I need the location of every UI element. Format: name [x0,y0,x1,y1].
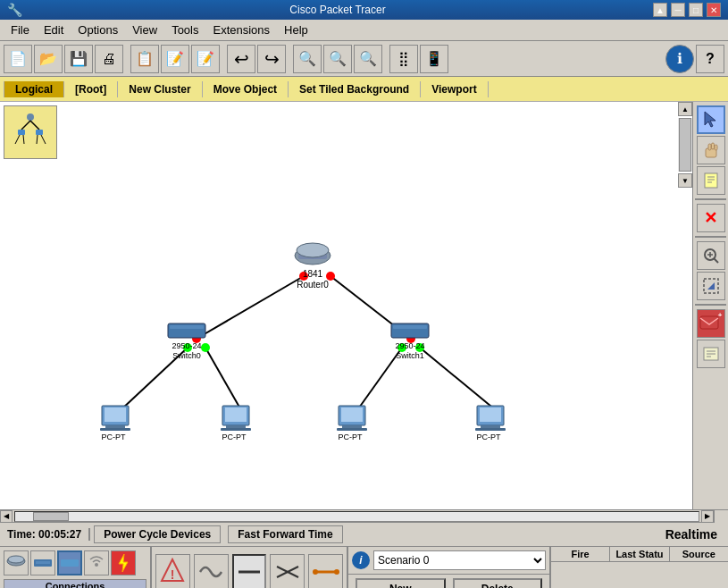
scenario-select[interactable]: Scenario 0 [373,550,546,570]
menu-tools[interactable]: Tools [164,21,205,38]
hscroll-thumb[interactable] [33,512,69,521]
paste-button[interactable]: 📝 [161,45,189,73]
zoom-out-button[interactable]: 🔍 [323,45,352,73]
secondary-toolbar: Logical [Root] New Cluster Move Object S… [0,77,728,102]
restore-button[interactable]: ─ [671,3,685,17]
scroll-up-btn[interactable]: ▲ [678,102,692,116]
rt-separator2 [695,236,726,238]
redo-button[interactable]: ↪ [257,45,286,73]
svg-marker-78 [707,282,715,290]
svg-text:1841: 1841 [303,269,323,279]
simulation-bar: Time: 00:05:27 Power Cycle Devices Fast … [0,522,728,547]
open-button[interactable]: 📂 [34,45,63,73]
switch-icon-btn[interactable] [30,550,55,575]
svg-rect-49 [221,428,251,431]
svg-line-18 [205,348,241,410]
svg-text:2950-24: 2950-24 [172,341,201,350]
svg-rect-87 [36,561,50,564]
device-mgr-button[interactable]: 📱 [420,45,448,73]
close-button[interactable]: ✕ [707,3,721,17]
fast-forward-button[interactable]: Fast Forward Time [228,525,342,543]
select-tool-button[interactable] [697,105,725,134]
title-bar-icon: 🔧 [7,3,22,17]
fire-col: Fire [551,547,610,561]
delete-pdu-button[interactable]: Delete [453,578,543,588]
menu-edit[interactable]: Edit [37,21,71,38]
move-object-button[interactable]: Move Object [203,81,289,97]
svg-rect-47 [225,407,247,422]
logical-button[interactable]: Logical [4,81,64,97]
menu-options[interactable]: Options [71,21,125,38]
fire-header: Fire Last Statu Source [551,547,728,562]
viewport-button[interactable]: Viewport [421,81,488,97]
svg-text:PC-PT: PC-PT [102,433,127,441]
router-icon-btn[interactable] [4,550,29,575]
hand-tool-button[interactable] [697,136,725,164]
new-button[interactable]: 📄 [4,45,32,73]
undo-button[interactable]: ↩ [227,45,255,73]
maximize-button[interactable]: □ [689,3,703,17]
paste2-button[interactable]: 📝 [191,45,220,73]
menu-extensions[interactable]: Extensions [205,21,277,38]
rt-separator3 [695,304,726,306]
about-button[interactable]: ? [696,45,724,73]
zoom-in-button[interactable]: 🔍 [293,45,322,73]
new-cluster-button[interactable]: New Cluster [118,81,202,97]
svg-text:!: ! [171,567,175,582]
fire-panel: Fire Last Statu Source [549,547,728,588]
svg-rect-67 [711,143,714,149]
hub-icon-btn[interactable] [57,550,82,575]
copy-button[interactable]: 📋 [130,45,159,73]
title-bar-title: Cisco Packet Tracer [22,4,653,16]
zoom-fit-button[interactable]: 🔍 [354,45,382,73]
svg-point-108 [313,569,318,575]
wireless-icon-btn[interactable] [84,550,109,575]
help-button[interactable]: ℹ [665,45,694,73]
pdu-tool-button[interactable]: + [697,309,725,338]
canvas-hscroll[interactable]: ◀ ▶ [0,509,728,522]
grid-button[interactable]: ⣿ [389,45,418,73]
svg-line-74 [714,258,718,263]
menu-help[interactable]: Help [277,21,315,38]
svg-rect-41 [105,407,126,422]
conn-icons-row: ! [152,547,347,588]
canvas-vscroll[interactable]: ▲ ▼ [678,102,692,509]
menu-view[interactable]: View [125,21,164,38]
print-button[interactable]: 🖨 [95,45,123,73]
svg-rect-69 [705,173,717,188]
zoom-tool-button[interactable] [697,241,725,270]
svg-line-24 [420,348,496,410]
auto-conn-btn[interactable]: ! [155,554,190,588]
resize-tool-button[interactable] [697,272,725,300]
canvas-area[interactable]: 1841 Router0 2950-24 Switch0 2950-24 Swi… [0,102,692,509]
svg-rect-48 [226,425,246,428]
straight-conn-btn[interactable] [232,554,267,588]
root-label[interactable]: [Root] [64,81,118,97]
svg-rect-37 [393,325,427,329]
scroll-track[interactable] [678,118,692,172]
set-background-button[interactable]: Set Tiled Background [289,81,421,97]
note-tool-button[interactable] [697,166,725,195]
hscroll-track[interactable] [14,511,699,522]
svg-rect-33 [170,325,204,329]
note2-tool-button[interactable] [697,340,725,368]
scroll-down-btn[interactable]: ▼ [678,173,692,188]
power-cycle-button[interactable]: Power Cycle Devices [94,525,221,543]
scroll-thumb[interactable] [679,118,691,172]
crossover-conn-btn[interactable] [270,554,305,588]
scroll-right-btn[interactable]: ▶ [701,510,714,523]
title-bar-controls: ▲ ─ □ ✕ [653,3,721,17]
power-icon-btn[interactable] [111,550,136,575]
pdu-header: i Scenario 0 [348,547,549,575]
svg-rect-43 [100,428,130,431]
svg-text:PC-PT: PC-PT [222,433,247,441]
console-conn-btn[interactable] [194,554,229,588]
scroll-left-btn[interactable]: ◀ [0,510,13,523]
menu-file[interactable]: File [4,21,37,38]
new-pdu-button[interactable]: New [356,578,446,588]
minimize-button[interactable]: ▲ [653,3,667,17]
delete-tool-button[interactable]: ✕ [697,204,725,232]
fiber-conn-btn[interactable] [308,554,343,588]
save-button[interactable]: 💾 [64,45,93,73]
svg-rect-53 [341,407,363,422]
